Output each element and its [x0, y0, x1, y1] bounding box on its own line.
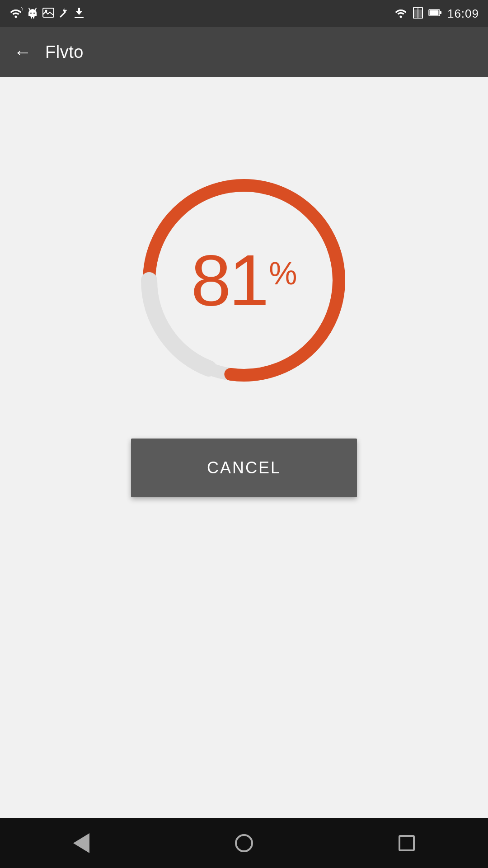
svg-rect-22	[440, 11, 441, 14]
wifi-full-icon	[394, 7, 408, 20]
svg-rect-10	[33, 16, 34, 19]
recent-nav-icon	[399, 835, 415, 851]
svg-point-17	[399, 16, 402, 18]
svg-rect-9	[31, 16, 32, 19]
sim-locked-icon	[413, 7, 423, 20]
home-nav-icon	[235, 834, 253, 852]
download-icon	[74, 7, 84, 20]
progress-number: 81	[191, 244, 267, 316]
wifi-question-icon: ?	[9, 7, 23, 20]
svg-rect-7	[28, 13, 30, 16]
app-title: Flvto	[45, 42, 84, 62]
progress-container: 81 %	[131, 167, 357, 393]
svg-point-3	[30, 13, 32, 14]
status-bar: ?	[0, 0, 488, 27]
svg-rect-23	[429, 10, 438, 15]
back-nav-icon	[73, 833, 89, 853]
cancel-button[interactable]: CANCEL	[131, 439, 357, 497]
progress-percent: %	[269, 258, 297, 289]
tools-icon	[59, 7, 70, 20]
svg-rect-16	[78, 8, 80, 12]
recent-nav-button[interactable]	[389, 825, 425, 861]
battery-icon	[428, 8, 442, 19]
back-button[interactable]: ←	[14, 43, 32, 61]
svg-point-0	[15, 16, 17, 18]
svg-line-6	[35, 8, 36, 10]
svg-rect-14	[75, 17, 84, 18]
status-bar-left: ?	[9, 7, 84, 20]
nav-bar	[0, 818, 488, 868]
progress-label: 81 %	[191, 244, 297, 316]
home-nav-button[interactable]	[226, 825, 262, 861]
svg-line-13	[61, 12, 65, 17]
android-icon	[27, 7, 38, 20]
image-icon	[42, 8, 54, 19]
main-content: 81 % CANCEL	[0, 77, 488, 818]
app-bar: ← Flvto	[0, 27, 488, 77]
back-nav-button[interactable]	[63, 825, 99, 861]
svg-line-5	[29, 8, 30, 10]
svg-point-4	[33, 13, 35, 14]
status-time: 16:09	[447, 7, 479, 21]
svg-rect-8	[35, 13, 37, 16]
status-bar-right: 16:09	[394, 7, 479, 21]
svg-text:?: ?	[21, 7, 23, 12]
